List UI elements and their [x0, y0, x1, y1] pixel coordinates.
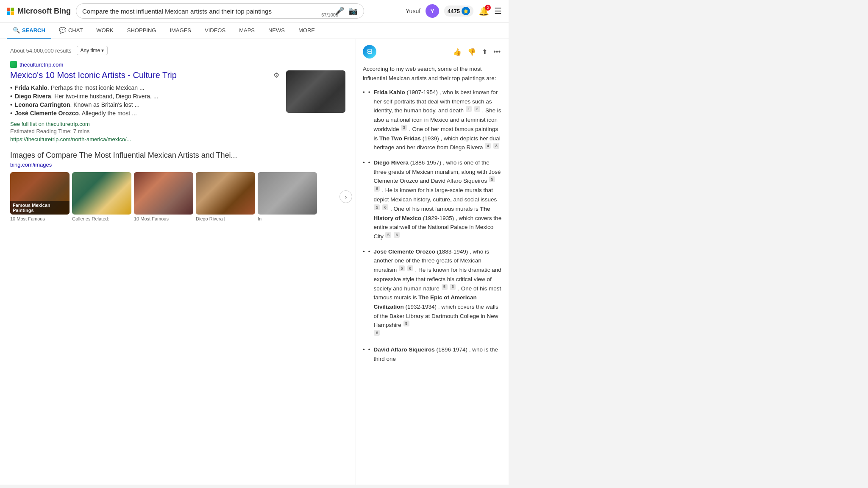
- ref-4a[interactable]: 4: [485, 143, 491, 149]
- tab-work[interactable]: WORK: [90, 23, 119, 39]
- ai-orozco-content: José Clemente Orozco (1883-1949) , who i…: [373, 247, 502, 339]
- result-settings-icon[interactable]: ⚙: [273, 70, 280, 80]
- images-section-title: Images of Compare The Most Influential M…: [10, 151, 345, 160]
- images-next-button[interactable]: ›: [339, 190, 352, 203]
- tab-videos[interactable]: VIDEOS: [199, 23, 231, 39]
- ref-6c[interactable]: 6: [394, 232, 400, 238]
- image-thumb-4[interactable]: [196, 172, 255, 215]
- ref-6d[interactable]: 6: [407, 265, 413, 271]
- bing-ai-logo: ᗺ: [363, 45, 376, 59]
- thumbs-up-button[interactable]: 👍: [452, 47, 463, 57]
- ref-5e[interactable]: 5: [442, 284, 448, 290]
- frida-name: Frida Kahlo: [373, 89, 405, 95]
- ms-logo-squares: [7, 8, 14, 15]
- right-panel: ᗺ 👍 👎 ⬆ ••• According to my web search, …: [356, 39, 509, 485]
- images-grid: Famous MexicanPaintings 10 Most Famous G…: [10, 172, 345, 221]
- results-meta: About 54,000,000 results Any time ▾: [10, 46, 345, 55]
- result-thumbnail: [286, 70, 345, 113]
- ms-square-2: [11, 8, 14, 11]
- result-card-1: Mexico's 10 Most Iconic Artists - Cultur…: [10, 70, 345, 142]
- image-thumb-5[interactable]: [258, 172, 317, 215]
- reading-time: Estimated Reading Time: 7 mins: [10, 128, 280, 134]
- image-item-4: Diego Rivera |: [196, 172, 255, 221]
- bing-logo-text: Microsoft Bing: [17, 7, 71, 16]
- ai-bullet-1: •: [368, 88, 370, 152]
- images-source-link[interactable]: bing.com/images: [10, 162, 345, 168]
- time-filter-button[interactable]: Any time ▾: [77, 46, 108, 55]
- result-title-1[interactable]: Mexico's 10 Most Iconic Artists - Cultur…: [10, 70, 280, 80]
- frida-painting-year: (1939): [423, 135, 439, 142]
- share-button[interactable]: ⬆: [481, 47, 489, 57]
- ref-3[interactable]: 3: [401, 125, 407, 131]
- points-value: 4475: [448, 8, 460, 14]
- tab-more[interactable]: MORE: [292, 23, 321, 39]
- source-line: theculturetrip.com: [10, 61, 345, 68]
- image-thumb-3[interactable]: [134, 172, 193, 215]
- bullet-orozco: José Clemente Orozco. Allegedly the most…: [10, 109, 280, 117]
- ai-bullet-3: •: [368, 247, 370, 339]
- diego-desc2: . He is known for his large-scale murals…: [373, 187, 497, 203]
- ref-5c[interactable]: 5: [385, 232, 391, 238]
- tab-news[interactable]: NEWS: [262, 23, 291, 39]
- ms-square-1: [7, 8, 10, 11]
- image-caption-4: Diego Rivera |: [196, 216, 255, 221]
- ref-5d[interactable]: 5: [399, 265, 405, 271]
- result-title-text: Mexico's 10 Most Iconic Artists - Cultur…: [10, 70, 273, 80]
- frida-painting: The Two Fridas: [379, 135, 421, 142]
- image-thumb-1[interactable]: Famous MexicanPaintings: [10, 172, 70, 215]
- diego-years: (1886-1957): [410, 159, 442, 166]
- more-options-button[interactable]: •••: [492, 47, 502, 57]
- notifications-button[interactable]: 🔔 2: [479, 6, 489, 16]
- image-item-5: In: [258, 172, 317, 221]
- image-caption-2: Galleries Related:: [72, 216, 131, 221]
- ref-6f[interactable]: 6: [374, 330, 380, 336]
- header: Microsoft Bing 67/1000 🎤 📷 Yusuf Y 4475 …: [0, 0, 509, 22]
- tab-search[interactable]: 🔍 SEARCH: [7, 22, 51, 39]
- ai-artist-orozco: • José Clemente Orozco (1883-1949) , who…: [363, 247, 502, 339]
- search-bar: 67/1000 🎤 📷: [76, 3, 364, 19]
- ai-intro-text: According to my web search, some of the …: [363, 64, 502, 83]
- tab-images[interactable]: IMAGES: [164, 23, 197, 39]
- tab-images-label: IMAGES: [170, 27, 191, 33]
- camera-icon[interactable]: 📷: [348, 6, 358, 16]
- main-content: About 54,000,000 results Any time ▾ thec…: [0, 39, 509, 485]
- ref-6a[interactable]: 6: [374, 186, 380, 192]
- ref-6b[interactable]: 6: [382, 204, 388, 210]
- see-full-list-link[interactable]: See full list on theculturetrip.com: [10, 121, 280, 127]
- tab-maps[interactable]: MAPS: [233, 23, 261, 39]
- ref-5f[interactable]: 5: [403, 321, 409, 326]
- orozco-name: José Clemente Orozco: [373, 248, 435, 255]
- ref-3a[interactable]: 3: [493, 143, 499, 149]
- points-icon: ⭐: [462, 7, 470, 15]
- chevron-down-icon: ▾: [101, 47, 104, 53]
- notification-badge: 2: [485, 5, 491, 11]
- image-item-2: Galleries Related:: [72, 172, 131, 221]
- ref-5b[interactable]: 5: [374, 204, 380, 210]
- search-input[interactable]: [82, 8, 335, 15]
- diego-painting-year: (1929-1935): [423, 215, 454, 221]
- tab-shopping[interactable]: SHOPPING: [121, 23, 162, 39]
- tab-work-label: WORK: [96, 27, 113, 33]
- thumbs-down-button[interactable]: 👎: [466, 47, 477, 57]
- tab-maps-label: MAPS: [239, 27, 255, 33]
- tab-chat[interactable]: 💬 CHAT: [53, 22, 89, 39]
- ms-square-4: [11, 11, 14, 15]
- ai-bullet-4: •: [368, 345, 370, 363]
- source-url[interactable]: theculturetrip.com: [19, 61, 63, 68]
- result-url[interactable]: https://theculturetrip.com/north-america…: [10, 136, 280, 142]
- tab-videos-label: VIDEOS: [205, 27, 225, 33]
- menu-button[interactable]: ☰: [494, 6, 502, 16]
- ai-artists-list: • Frida Kahlo (1907-1954) , who is best …: [363, 88, 502, 363]
- ai-diego-content: Diego Rivera (1886-1957) , who is one of…: [373, 158, 502, 241]
- image-thumb-2[interactable]: [72, 172, 131, 215]
- time-filter-label: Any time: [81, 47, 100, 53]
- ref-1[interactable]: 1: [466, 106, 472, 112]
- ref-6e[interactable]: 6: [450, 284, 456, 290]
- ref-5a[interactable]: 5: [489, 176, 495, 182]
- diego-desc3: . One of his most famous murals is: [390, 206, 480, 212]
- ref-2[interactable]: 2: [474, 106, 480, 112]
- nav-tabs: 🔍 SEARCH 💬 CHAT WORK SHOPPING IMAGES VID…: [0, 22, 509, 39]
- bullet-frida-kahlo: Frida Kahlo. Perhaps the most iconic Mex…: [10, 84, 280, 92]
- chat-tab-icon: 💬: [59, 27, 66, 33]
- tab-search-label: SEARCH: [22, 27, 45, 33]
